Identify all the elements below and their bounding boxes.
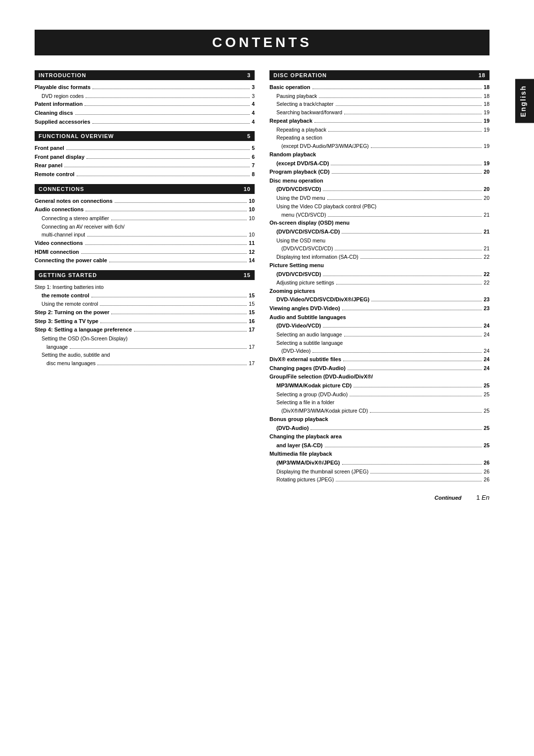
toc-page: 3: [252, 83, 255, 92]
toc-entry: (except DVD/SA-CD)19: [269, 159, 490, 168]
toc-label: the remote control: [42, 291, 89, 300]
toc-page: 19: [484, 117, 490, 125]
section-header-page: 15: [244, 272, 251, 278]
toc-page: 23: [484, 295, 490, 304]
toc-columns: INTRODUCTION3Playable disc formats3DVD r…: [35, 70, 490, 484]
toc-label: Step 1: Inserting batteries into: [35, 283, 104, 291]
toc-entry: Step 2: Turning on the power15: [35, 308, 255, 317]
toc-label: multi-channel input: [42, 231, 85, 239]
section-header: CONNECTIONS10: [35, 184, 255, 194]
toc-label: Setting the audio, subtitle and: [42, 351, 110, 359]
toc-page: 10: [249, 231, 255, 239]
toc-entry: Selecting a file in a folder: [269, 398, 490, 407]
toc-entry: Selecting a track/chapter18: [269, 100, 490, 108]
toc-label: Pausing playback: [276, 92, 317, 100]
toc-label: Program playback (CD): [269, 168, 330, 177]
toc-label: Using the DVD menu: [276, 194, 325, 202]
toc-label: (except DVD/SA-CD): [276, 159, 329, 168]
page-en-suffix: En: [482, 494, 490, 501]
toc-label: Viewing angles DVD-Video): [269, 304, 340, 313]
toc-page: 11: [249, 239, 255, 247]
toc-entry: (DVD/VCD/SVCD)20: [269, 185, 490, 194]
toc-page: 5: [252, 144, 255, 152]
toc-page: 3: [252, 92, 255, 100]
footer-bar: Continued 1 En: [35, 494, 490, 501]
toc-label: Searching backward/forward: [276, 108, 342, 117]
toc-entry: (DivX®/MP3/WMA/Kodak picture CD)25: [269, 407, 490, 415]
toc-label: Rear panel: [35, 161, 62, 170]
toc-entry: Video connections11: [35, 239, 255, 248]
toc-entry: Selecting a subtitle language: [269, 339, 490, 347]
section-header: DISC OPERATION18: [269, 70, 490, 80]
toc-entry: Adjusting picture settings22: [269, 279, 490, 287]
toc-entry: Front panel5: [35, 144, 255, 153]
toc-label: Disc menu operation: [269, 177, 323, 186]
toc-page: 24: [484, 347, 490, 355]
toc-label: Adjusting picture settings: [276, 279, 334, 287]
toc-page: 18: [484, 92, 490, 100]
toc-label: HDMI connection: [35, 248, 79, 257]
toc-entry: Selecting a group (DVD-Audio)25: [269, 390, 490, 399]
toc-page: 21: [484, 228, 490, 236]
toc-entry: (DVD-Audio)25: [269, 424, 490, 433]
toc-entry: (except DVD-Audio/MP3/WMA/JPEG)19: [269, 142, 490, 150]
toc-label: DVD region codes: [42, 92, 84, 100]
toc-label: (except DVD-Audio/MP3/WMA/JPEG): [281, 142, 369, 150]
section-header-label: INTRODUCTION: [39, 72, 86, 78]
toc-label: Selecting a track/chapter: [276, 100, 334, 108]
toc-label: Connecting an AV receiver with 6ch/: [42, 223, 125, 231]
toc-entry: (DVD-Video/VCD)24: [269, 322, 490, 331]
toc-label: Step 2: Turning on the power: [35, 308, 109, 317]
toc-entry: menu (VCD/SVCD)21: [269, 211, 490, 219]
toc-entry: Basic operation18: [269, 83, 490, 92]
toc-entry: Displaying text information (SA-CD)22: [269, 253, 490, 261]
toc-entry: DVD-Video/VCD/SVCD/DivX®/JPEG)23: [269, 295, 490, 304]
toc-page: 8: [252, 170, 255, 179]
toc-entry: HDMI connection12: [35, 248, 255, 257]
toc-page: 17: [249, 326, 255, 334]
continued-label: Continued: [35, 495, 476, 501]
section-header-label: CONNECTIONS: [39, 186, 84, 192]
toc-entry: Selecting an audio language24: [269, 331, 490, 339]
toc-entry: Setting the OSD (On-Screen Display): [35, 334, 255, 343]
toc-page: 17: [249, 343, 255, 351]
toc-label: MP3/WMA/Kodak picture CD): [276, 381, 352, 390]
toc-entry: Audio connections10: [35, 205, 255, 214]
toc-page: 24: [484, 331, 490, 339]
toc-entry: Using the DVD menu20: [269, 194, 490, 202]
toc-entry: Multimedia file playback: [269, 450, 490, 459]
toc-page: 25: [484, 390, 490, 399]
toc-entry: DVD region codes3: [35, 92, 255, 100]
section-header-label: FUNCTIONAL OVERVIEW: [39, 133, 114, 139]
section-header-page: 10: [244, 186, 251, 192]
language-label: English: [519, 85, 527, 117]
toc-label: Zooming pictures: [269, 287, 315, 296]
toc-page: 21: [484, 244, 490, 253]
toc-label: DVD-Video/VCD/SVCD/DivX®/JPEG): [276, 295, 369, 304]
toc-page: 25: [484, 424, 490, 432]
toc-page: 25: [484, 441, 490, 450]
toc-label: Audio connections: [35, 205, 84, 214]
toc-label: Selecting a subtitle language: [276, 339, 343, 347]
toc-entry: Repeating a playback19: [269, 126, 490, 134]
toc-page: 20: [484, 168, 490, 176]
language-tab: English: [515, 79, 534, 123]
toc-label: Audio and Subtitle languages: [269, 313, 346, 322]
section-header-page: 5: [247, 133, 251, 139]
toc-label: (DVD/VCD/SVCD/CD): [281, 244, 333, 253]
left-column: INTRODUCTION3Playable disc formats3DVD r…: [35, 70, 255, 484]
toc-entry: and layer (SA-CD)25: [269, 441, 490, 450]
toc-label: Repeat playback: [269, 117, 312, 126]
toc-page: 7: [252, 161, 255, 170]
toc-entry: Step 4: Setting a language preference17: [35, 326, 255, 334]
toc-label: Displaying text information (SA-CD): [276, 253, 358, 261]
toc-entry: Audio and Subtitle languages: [269, 313, 490, 322]
toc-page: 17: [249, 359, 255, 368]
toc-label: disc menu languages: [46, 359, 95, 368]
toc-entry: Picture Setting menu: [269, 261, 490, 270]
toc-entry: Setting the audio, subtitle and: [35, 351, 255, 359]
toc-entry: the remote control15: [35, 291, 255, 300]
toc-entry: Searching backward/forward19: [269, 108, 490, 117]
toc-label: Selecting a file in a folder: [276, 398, 334, 407]
toc-page: 19: [484, 126, 490, 134]
